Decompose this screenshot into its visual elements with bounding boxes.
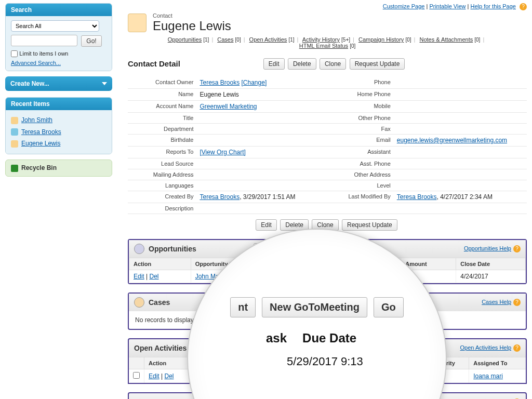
recent-items-panel: Recent Items John Smith Teresa Brooks Eu… xyxy=(5,97,112,154)
recent-item[interactable]: Teresa Brooks xyxy=(11,126,107,138)
rel-activity-history[interactable]: Activity History xyxy=(302,36,340,43)
lens-due-value: 5/29/2017 9:13 xyxy=(287,355,430,368)
search-input[interactable] xyxy=(11,35,77,46)
open-activities-help-link[interactable]: Open Activities Help xyxy=(460,344,511,351)
edit-button-2[interactable]: Edit xyxy=(256,219,277,231)
rel-open-activities[interactable]: Open Activities xyxy=(249,36,287,43)
request-update-button[interactable]: Request Update xyxy=(350,58,405,70)
limit-checkbox[interactable] xyxy=(11,50,18,57)
opportunities-help-link[interactable]: Opportunities Help xyxy=(464,245,511,251)
help-page-link[interactable]: Help for this Page xyxy=(471,3,516,9)
owner-change-link[interactable]: [Change] xyxy=(242,79,267,86)
customize-page-link[interactable]: Customize Page xyxy=(383,3,425,9)
rel-notes[interactable]: Notes & Attachments xyxy=(419,36,473,43)
activity-checkbox[interactable] xyxy=(133,372,140,379)
limit-label: Limit to items I own xyxy=(19,50,68,57)
delete-button[interactable]: Delete xyxy=(288,58,316,70)
help-icon[interactable]: ? xyxy=(513,299,521,306)
recent-title: Recent Items xyxy=(6,98,112,110)
lens-col-task: ask xyxy=(266,331,287,345)
contact-icon xyxy=(128,14,147,32)
open-activities-title: Open Activities xyxy=(134,344,187,352)
org-chart-link[interactable]: [View Org Chart] xyxy=(200,149,245,156)
advanced-search-link[interactable]: Advanced Search... xyxy=(11,60,61,66)
help-icon[interactable]: ? xyxy=(513,245,521,252)
create-new-label: Create New... xyxy=(10,80,49,87)
recent-item[interactable]: Eugene Lewis xyxy=(11,138,107,150)
help-icon[interactable]: ? xyxy=(520,3,527,10)
rel-campaign-history[interactable]: Campaign History xyxy=(358,36,404,43)
create-new-button[interactable]: Create New... xyxy=(5,76,112,91)
rel-opportunities[interactable]: Opportunities xyxy=(168,36,202,43)
contact-detail-table: Contact OwnerTeresa Brooks [Change]Phone… xyxy=(128,77,527,214)
record-type: Contact xyxy=(153,12,231,19)
page-title: Eugene Lewis xyxy=(153,19,231,33)
cases-title: Cases xyxy=(149,298,170,307)
activity-edit-link[interactable]: Edit xyxy=(149,373,159,380)
search-title: Search xyxy=(6,4,112,16)
rel-cases[interactable]: Cases xyxy=(217,36,233,43)
owner-link[interactable]: Teresa Brooks xyxy=(200,79,240,86)
case-icon xyxy=(134,297,144,308)
help-icon[interactable]: ? xyxy=(513,344,521,352)
search-panel: Search Search All Go! Limit to items I o… xyxy=(5,3,112,71)
opp-edit-link[interactable]: Edit xyxy=(134,273,144,280)
trash-icon xyxy=(11,165,18,172)
lens-btn-left[interactable]: nt xyxy=(230,297,256,317)
search-scope-select[interactable]: Search All xyxy=(11,20,99,32)
printable-view-link[interactable]: Printable View xyxy=(429,3,466,9)
related-list-links: Opportunities [1]| Cases [0]| Open Activ… xyxy=(128,36,527,49)
clone-button[interactable]: Clone xyxy=(320,58,346,70)
recent-item[interactable]: John Smith xyxy=(11,114,107,126)
modified-by-link[interactable]: Teresa Brooks xyxy=(397,193,437,201)
activity-assignee-link[interactable]: Ioana mari xyxy=(473,373,503,380)
account-link[interactable]: Greenwell Marketing xyxy=(200,103,257,110)
request-update-button-2[interactable]: Request Update xyxy=(342,219,397,231)
created-by-link[interactable]: Teresa Brooks xyxy=(200,193,240,201)
rel-html-email[interactable]: HTML Email Status xyxy=(299,43,348,49)
search-go-button[interactable]: Go! xyxy=(81,35,101,47)
cases-help-link[interactable]: Cases Help xyxy=(482,299,511,305)
opportunity-icon xyxy=(134,244,144,254)
lens-btn-right[interactable]: Go xyxy=(374,297,404,317)
contact-detail-title: Contact Detail xyxy=(128,59,180,68)
lens-col-duedate: Due Date xyxy=(302,331,356,345)
chevron-down-icon xyxy=(102,82,107,85)
email-link[interactable]: eugene.lewis@greenwellmarketing.com xyxy=(397,137,507,144)
opp-del-link[interactable]: Del xyxy=(149,273,158,280)
opportunities-title: Opportunities xyxy=(149,245,196,253)
new-gotomeeting-button[interactable]: New GoToMeeting xyxy=(262,297,367,317)
recycle-bin[interactable]: Recycle Bin xyxy=(5,159,112,177)
edit-button[interactable]: Edit xyxy=(263,58,285,70)
activity-del-link[interactable]: Del xyxy=(164,373,174,380)
